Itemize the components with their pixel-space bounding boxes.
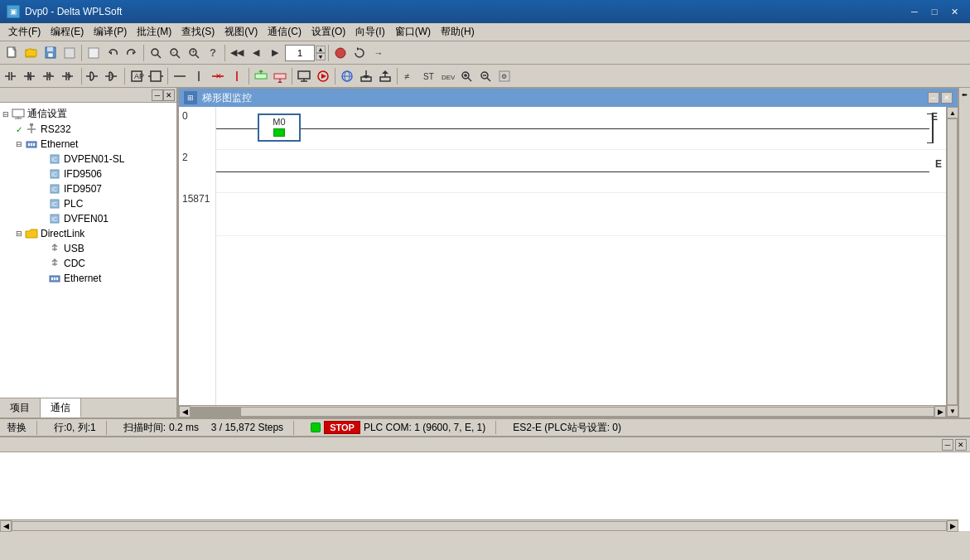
tree-node-root[interactable]: ⊟ 通信设置: [0, 106, 176, 122]
tree-node-ethernet-parent[interactable]: ⊟ Ethernet: [0, 137, 176, 152]
menu-help[interactable]: 帮助(H): [436, 23, 480, 41]
tree-node-ethernet-child[interactable]: Ethernet: [0, 271, 176, 286]
tb-redo[interactable]: [123, 44, 141, 62]
maximize-button[interactable]: □: [925, 4, 943, 19]
tb2-options[interactable]: ⚙: [495, 67, 514, 85]
tab-project[interactable]: 项目: [0, 398, 41, 418]
menu-wizard[interactable]: 向导(I): [350, 23, 389, 41]
tree-node-ifd9507[interactable]: IC IFD9507: [0, 181, 176, 196]
tb2-monitor[interactable]: [295, 67, 313, 85]
v-scrollbar[interactable]: ▲ ▼: [946, 107, 958, 417]
tb-step-first[interactable]: ◀◀: [228, 44, 246, 62]
tb2-coil-out[interactable]: [84, 67, 103, 85]
close-button[interactable]: ✕: [945, 4, 963, 19]
step-spinner-up[interactable]: ▲: [316, 46, 326, 53]
bottom-scroll-track[interactable]: [12, 521, 947, 531]
ladder-body[interactable]: 0 2 15871 M0: [179, 107, 946, 405]
menu-compile[interactable]: 编译(P): [89, 23, 132, 41]
tb-btn5[interactable]: [84, 44, 103, 62]
tb-forward[interactable]: →: [369, 44, 388, 62]
tree-toggle-ethernet[interactable]: ⊟: [13, 140, 25, 148]
ethernet-icon: [25, 138, 38, 151]
tb-btn4[interactable]: [60, 44, 79, 62]
tree-node-plc[interactable]: IC PLC: [0, 196, 176, 211]
tb-step-next[interactable]: ▶: [266, 44, 284, 62]
tree-node-rs232[interactable]: ✓ RS232: [0, 122, 176, 137]
tb2-contact-nc[interactable]: [22, 67, 41, 85]
step-spinner-down[interactable]: ▼: [316, 53, 326, 60]
tb2-func-box[interactable]: [147, 67, 165, 85]
tb-new[interactable]: [3, 44, 22, 62]
tb-save[interactable]: [41, 44, 60, 62]
ladder-undock-btn[interactable]: ─: [928, 92, 939, 104]
tree-node-dvpen01[interactable]: IC DVPEN01-SL: [0, 152, 176, 167]
tb-help[interactable]: ?: [204, 44, 222, 62]
tb2-zoom-out[interactable]: [476, 67, 495, 85]
tb2-device-monitor[interactable]: DEV: [438, 67, 456, 85]
scroll-down-btn[interactable]: ▼: [947, 405, 958, 417]
tb2-contact-no[interactable]: [3, 67, 22, 85]
menu-window[interactable]: 窗口(W): [390, 23, 436, 41]
panel-close-btn[interactable]: ✕: [163, 89, 175, 101]
bottom-undock-btn[interactable]: ─: [942, 439, 953, 451]
bottom-scroll-right[interactable]: ▶: [947, 520, 958, 532]
tb2-upload[interactable]: [376, 67, 394, 85]
tb2-del-row[interactable]: [271, 67, 289, 85]
bottom-close-btn[interactable]: ✕: [955, 439, 967, 451]
tb2-del-v[interactable]: [228, 67, 246, 85]
scroll-up-btn[interactable]: ▲: [947, 107, 958, 118]
tb2-ins-row[interactable]: [252, 67, 270, 85]
ladder-close-btn[interactable]: ✕: [941, 92, 953, 104]
menu-comment[interactable]: 批注(M): [132, 23, 176, 41]
tb2-del-h[interactable]: ✕: [209, 67, 227, 85]
tab-communication[interactable]: 通信: [41, 398, 81, 418]
right-side-btn1[interactable]: ⬅: [959, 88, 971, 101]
menu-edit[interactable]: 编程(E): [46, 23, 89, 41]
scroll-left-btn[interactable]: ◀: [179, 406, 191, 418]
tb2-wire-h[interactable]: [171, 67, 189, 85]
tree-toggle-root[interactable]: ⊟: [0, 110, 12, 118]
tb-run[interactable]: [331, 44, 350, 62]
minimize-button[interactable]: ─: [905, 4, 924, 19]
tree-toggle-directlink[interactable]: ⊟: [13, 229, 25, 238]
menu-comm[interactable]: 通信(C): [263, 23, 306, 41]
step-number-input[interactable]: [285, 45, 315, 61]
tree-node-cdc[interactable]: CDC: [0, 256, 176, 271]
tb2-zoom-in[interactable]: [457, 67, 475, 85]
tb-findnext[interactable]: +: [185, 44, 203, 62]
tb2-contact-fe[interactable]: N: [60, 67, 79, 85]
tb2-app-box[interactable]: AP: [128, 67, 146, 85]
tree-node-dvfen01[interactable]: IC DVFEN01: [0, 211, 176, 226]
h-scrollbar[interactable]: ◀ ▶: [179, 405, 946, 417]
menu-search[interactable]: 查找(S): [176, 23, 220, 41]
bottom-scroll-left[interactable]: ◀: [0, 520, 12, 532]
tree-node-directlink[interactable]: ⊟ DirectLink: [0, 226, 176, 241]
contact-m0[interactable]: M0: [258, 113, 301, 142]
menu-file[interactable]: 文件(F): [3, 23, 46, 41]
tree-node-usb[interactable]: USB: [0, 241, 176, 256]
bottom-scrollbar[interactable]: ◀ ▶: [0, 519, 958, 531]
tb-find[interactable]: [147, 44, 165, 62]
tb2-global[interactable]: [338, 67, 356, 85]
tb2-coil-set[interactable]: S: [104, 67, 122, 85]
menu-view[interactable]: 视图(V): [220, 23, 263, 41]
tb2-wire-v[interactable]: [190, 67, 208, 85]
tb-open[interactable]: [22, 44, 41, 62]
tree-node-ifd9506[interactable]: IC IFD9506: [0, 167, 176, 181]
tb2-compare[interactable]: ≠: [400, 67, 418, 85]
menu-settings[interactable]: 设置(O): [306, 23, 350, 41]
step-spinner[interactable]: ▲ ▼: [316, 46, 326, 60]
panel-undock-btn[interactable]: ─: [152, 89, 163, 101]
tb2-status[interactable]: ST: [419, 67, 437, 85]
scroll-right-btn[interactable]: ▶: [934, 406, 946, 418]
tb-refresh[interactable]: [350, 44, 369, 62]
h-scrollbar-thumb[interactable]: [191, 408, 241, 416]
tb-findprev[interactable]: -: [166, 44, 184, 62]
tb-undo[interactable]: [104, 44, 122, 62]
h-scrollbar-track[interactable]: [191, 407, 934, 417]
v-scrollbar-track[interactable]: [947, 118, 958, 405]
tb2-run-monitor[interactable]: [314, 67, 332, 85]
tb-step-prev[interactable]: ◀: [247, 44, 265, 62]
tb2-download[interactable]: [357, 67, 375, 85]
tb2-contact-re[interactable]: P: [41, 67, 60, 85]
